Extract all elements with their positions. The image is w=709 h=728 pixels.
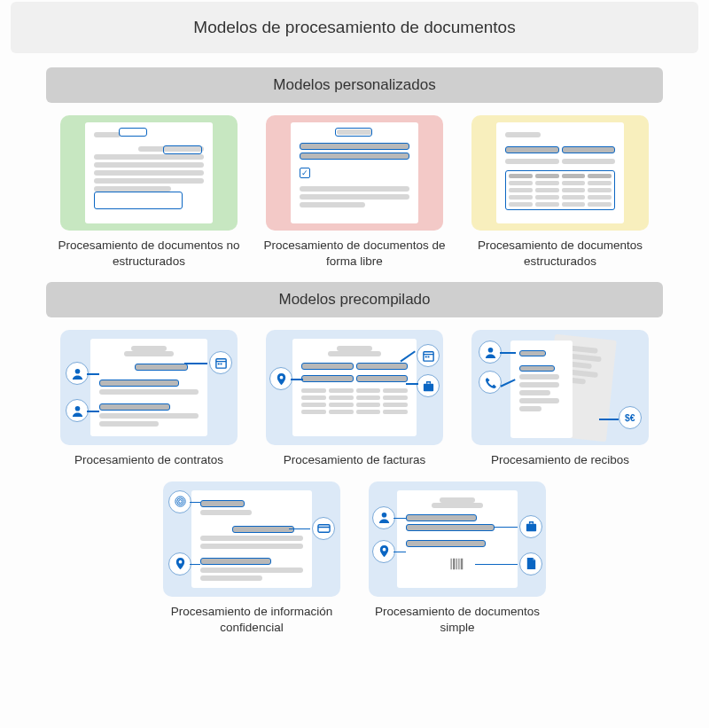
card-confidential: Procesamiento de información confidencia…	[159, 481, 345, 636]
section-heading-custom: Modelos personalizados	[46, 67, 663, 103]
caption-invoices: Procesamiento de facturas	[284, 452, 426, 468]
card-receipts: Procesamiento de recibos	[467, 330, 653, 468]
prebuilt-row-2: Procesamiento de información confidencia…	[2, 481, 707, 636]
caption-freeform: Procesamiento de documentos de forma lib…	[261, 238, 448, 270]
location-pin-icon	[168, 552, 191, 575]
caption-structured: Procesamiento de documentos estructurado…	[467, 238, 653, 270]
prebuilt-row-1: Procesamiento de contratos	[2, 330, 707, 468]
location-pin-icon	[372, 540, 395, 563]
caption-unstructured: Procesamiento de documentos no estructur…	[56, 238, 242, 270]
illustration-structured	[471, 115, 649, 231]
illustration-invoices	[266, 330, 443, 445]
caption-receipts: Procesamiento de recibos	[491, 452, 629, 468]
location-pin-icon	[269, 367, 292, 390]
card-simple: Procesamiento de documentos simple	[364, 481, 550, 636]
briefcase-icon	[519, 515, 542, 538]
barcode-icon	[444, 555, 471, 573]
section-heading-prebuilt: Modelos precompilado	[46, 282, 663, 317]
card-unstructured: Procesamiento de documentos no estructur…	[56, 115, 242, 270]
illustration-unstructured	[60, 115, 238, 231]
phone-icon	[479, 371, 502, 394]
card-structured: Procesamiento de documentos estructurado…	[467, 115, 653, 270]
card-invoices: Procesamiento de facturas	[261, 330, 448, 468]
person-icon	[66, 399, 89, 422]
calendar-icon	[209, 351, 232, 374]
caption-simple: Procesamiento de documentos simple	[364, 604, 550, 636]
illustration-freeform: ✓	[266, 115, 443, 231]
credit-card-icon	[312, 517, 335, 540]
card-contracts: Procesamiento de contratos	[56, 330, 242, 468]
custom-models-row: Procesamiento de documentos no estructur…	[2, 115, 707, 270]
card-freeform: ✓ Procesamiento de documentos de forma l…	[261, 115, 448, 270]
person-icon	[479, 341, 502, 364]
checkbox-icon: ✓	[300, 168, 310, 178]
caption-confidential: Procesamiento de información confidencia…	[159, 604, 345, 636]
illustration-confidential	[163, 481, 340, 597]
caption-contracts: Procesamiento de contratos	[74, 452, 223, 468]
calendar-icon	[417, 344, 440, 367]
illustration-contracts	[60, 330, 238, 445]
illustration-receipts	[471, 330, 649, 445]
briefcase-icon	[417, 374, 440, 397]
person-icon	[372, 506, 395, 529]
file-icon	[519, 552, 542, 575]
fingerprint-icon	[168, 490, 191, 513]
person-icon	[66, 362, 89, 385]
illustration-simple	[369, 481, 546, 597]
currency-icon	[619, 406, 642, 429]
page-title: Modelos de procesamiento de documentos	[11, 2, 698, 53]
